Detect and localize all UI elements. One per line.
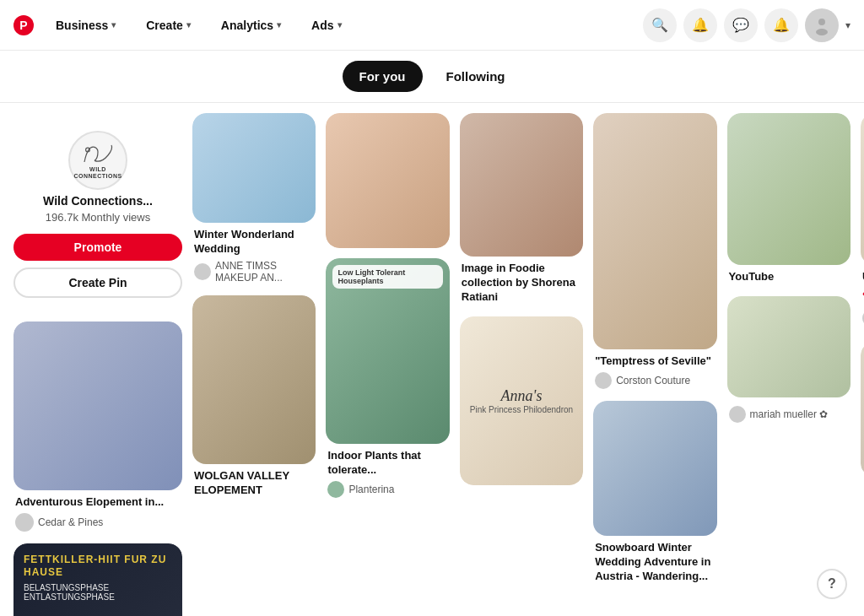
pin-mariah[interactable]: mariah mueller ✿ xyxy=(727,296,850,424)
chevron-down-icon: ▾ xyxy=(338,20,342,30)
author-avatar xyxy=(15,513,34,532)
pin-author-avatar xyxy=(327,481,344,498)
pins-grid: Winter Wonderland Wedding ANNE TIMSS MAK… xyxy=(192,113,850,616)
message-button[interactable]: 💬 xyxy=(724,8,758,42)
sidebar: WILDCONNECTIONS Wild Connections... 196.… xyxy=(14,113,182,616)
pin-author-name: Corston Couture xyxy=(616,375,690,386)
tab-following[interactable]: Following xyxy=(429,61,522,92)
pin-title: Indoor Plants that tolerate... xyxy=(327,449,447,478)
pinterest-logo[interactable]: P xyxy=(14,15,34,35)
profile-name: Wild Connections... xyxy=(43,194,153,208)
pin-title: YouTube xyxy=(729,270,849,284)
nav-business[interactable]: Business ▾ xyxy=(47,14,124,37)
pin-title: WOLGAN VALLEY ELOPEMENT xyxy=(194,469,314,498)
sidebar-pin-1[interactable]: Adventurous Elopement in... Cedar & Pine… xyxy=(14,322,182,533)
sidebar-pin-1-title: Adventurous Elopement in... xyxy=(15,495,181,510)
create-pin-button[interactable]: Create Pin xyxy=(14,267,182,298)
pin-foodie[interactable]: Image in Foodie collection by Shorena Ra… xyxy=(460,113,583,306)
nav-ads[interactable]: Ads ▾ xyxy=(303,14,349,37)
profile-card: WILDCONNECTIONS Wild Connections... 196.… xyxy=(14,113,182,311)
search-button[interactable]: 🔍 xyxy=(643,8,677,42)
pin-elopement-guide[interactable]: ULTIMATEELOPEMENTPLANNING GUIDE xyxy=(861,342,864,477)
pin-author-avatar xyxy=(595,372,612,389)
pin-title: "Temptress of Seville" xyxy=(595,354,715,369)
pin-title: Image in Foodie collection by Shorena Ra… xyxy=(462,262,581,305)
pin-unterstutze[interactable]: Ser wi... Unterstütze uns! ❤ Promoted by… xyxy=(861,113,864,332)
feed-tabs: For you Following xyxy=(0,51,864,103)
fitness-pin-title: FETTKILLER-HIIT FUR ZU HAUSE xyxy=(24,554,172,580)
header: P Business ▾ Create ▾ Analytics ▾ Ads ▾ … xyxy=(0,0,864,51)
main-content: WILDCONNECTIONS Wild Connections... 196.… xyxy=(0,103,864,616)
svg-point-0 xyxy=(818,19,825,25)
pin-author-name: mariah mueller ✿ xyxy=(750,408,829,420)
author-name: Cedar & Pines xyxy=(38,516,103,528)
header-right: 🔍 🔔 💬 🔔 ▾ xyxy=(643,8,850,42)
chevron-down-icon: ▾ xyxy=(186,20,191,30)
pin-campfire[interactable] xyxy=(326,113,449,248)
pin-snowboard-wedding[interactable]: Snowboard Winter Wedding Adventure in Au… xyxy=(593,401,716,586)
sidebar-pin-2[interactable]: FETTKILLER-HIIT FUR ZU HAUSE BELASTUNGSP… xyxy=(14,543,182,616)
profile-stats: 196.7k Monthly views xyxy=(46,211,150,224)
pin-title: Winter Wonderland Wedding xyxy=(194,228,314,257)
alert-button[interactable]: 🔔 xyxy=(764,8,798,42)
nav-left: P Business ▾ Create ▾ Analytics ▾ Ads ▾ xyxy=(14,14,350,37)
pin-title: Snowboard Winter Wedding Adventure in Au… xyxy=(595,541,715,584)
help-button[interactable]: ? xyxy=(817,569,847,599)
pin-indoor-plants[interactable]: Low Light Tolerant Houseplants Indoor Pl… xyxy=(326,258,449,500)
pin-author-name: ANNE TIMSS MAKEUP AN... xyxy=(215,260,314,284)
profile-avatar: WILDCONNECTIONS xyxy=(64,127,132,194)
promote-button[interactable]: Promote xyxy=(14,234,182,261)
tab-for-you[interactable]: For you xyxy=(343,61,423,92)
pin-author-name: Planterina xyxy=(348,484,394,495)
pin-author-avatar xyxy=(729,406,746,423)
pin-wolgan[interactable]: WOLGAN VALLEY ELOPEMENT xyxy=(192,295,316,500)
pin-annas[interactable]: Anna's Pink Princess Philodendron xyxy=(460,316,583,485)
pin-author-avatar xyxy=(194,263,211,280)
user-avatar[interactable] xyxy=(805,8,839,42)
nav-analytics[interactable]: Analytics ▾ xyxy=(213,14,289,37)
svg-point-1 xyxy=(816,29,828,35)
chevron-down-icon: ▾ xyxy=(277,20,281,30)
nav-create[interactable]: Create ▾ xyxy=(138,14,199,37)
chevron-down-icon: ▾ xyxy=(111,20,116,30)
pin-youtube[interactable]: YouTube xyxy=(727,113,850,286)
fitness-pin-subtitle: BELASTUNGSPHASE ENTLASTUNGSPHASE xyxy=(24,583,172,602)
pin-winter-wedding[interactable]: Winter Wonderland Wedding ANNE TIMSS MAK… xyxy=(192,113,316,285)
chevron-down-icon[interactable]: ▾ xyxy=(845,19,850,31)
pin-temptress[interactable]: "Temptress of Seville" Corston Couture xyxy=(593,113,716,391)
notification-button[interactable]: 🔔 xyxy=(683,8,717,42)
